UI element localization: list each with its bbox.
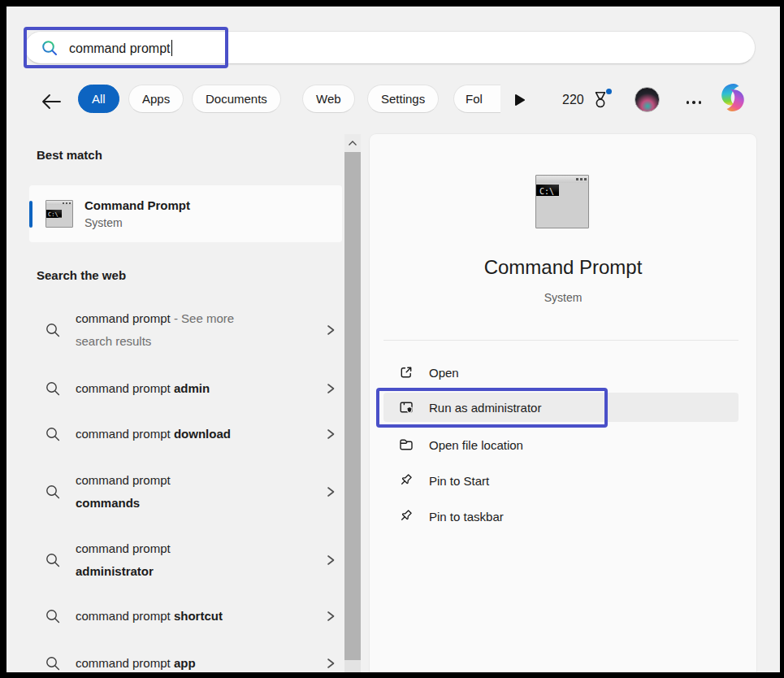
search-icon	[45, 484, 61, 500]
chevron-right-icon	[325, 485, 336, 498]
more-options-button[interactable]	[679, 96, 708, 109]
panel-app-subtitle: System	[370, 291, 756, 304]
chevron-right-icon	[325, 428, 336, 441]
search-query-text: command prompt	[69, 40, 172, 56]
open-external-icon	[398, 364, 414, 380]
run-admin-shield-icon	[398, 399, 414, 415]
chevron-right-icon	[325, 610, 336, 623]
action-pin-to-taskbar[interactable]: Pin to taskbar	[383, 502, 739, 531]
results-scrollbar[interactable]	[344, 134, 361, 672]
tab-apps[interactable]: Apps	[128, 85, 184, 113]
tab-settings[interactable]: Settings	[367, 85, 439, 113]
pin-icon	[398, 472, 414, 489]
chevron-right-icon	[325, 554, 336, 567]
web-suggestion[interactable]: command prompt commands	[29, 467, 346, 517]
copilot-logo-icon	[717, 81, 749, 114]
selection-accent-bar	[29, 201, 32, 228]
panel-app-title: Command Prompt	[370, 256, 756, 279]
search-icon	[45, 655, 61, 671]
search-icon	[45, 552, 61, 568]
folder-icon	[398, 437, 414, 453]
tab-documents[interactable]: Documents	[192, 85, 281, 113]
back-button[interactable]	[39, 89, 63, 114]
web-suggestion[interactable]: command prompt app	[29, 649, 346, 672]
scrollbar-up-button[interactable]	[344, 134, 361, 152]
search-input[interactable]: command prompt	[24, 31, 756, 64]
user-avatar[interactable]	[635, 87, 660, 112]
web-suggestion[interactable]: command prompt download	[29, 419, 346, 449]
tab-all[interactable]: All	[78, 85, 119, 113]
search-icon	[41, 39, 58, 57]
pin-icon	[398, 508, 414, 524]
search-icon	[45, 426, 61, 442]
chevron-up-icon	[348, 140, 357, 146]
rewards-button[interactable]: 220	[562, 88, 611, 112]
result-detail-panel: C:\_ Command Prompt System Open	[370, 134, 756, 672]
web-suggestion[interactable]: command prompt admin	[29, 374, 346, 403]
rewards-trophy-icon	[590, 89, 611, 111]
tab-folders-truncated[interactable]: Fol	[453, 85, 500, 113]
play-arrow-icon	[512, 93, 526, 107]
best-match-heading: Best match	[37, 148, 102, 162]
panel-divider	[383, 340, 739, 341]
web-suggestion[interactable]: command prompt shortcut	[29, 602, 346, 631]
copilot-button[interactable]	[717, 81, 749, 114]
notification-dot	[606, 89, 612, 94]
rewards-points: 220	[562, 93, 584, 107]
more-filters-button[interactable]	[512, 93, 526, 107]
chevron-right-icon	[325, 657, 336, 670]
best-match-result[interactable]: C:\_ Command Prompt System	[29, 185, 342, 242]
search-icon	[45, 380, 61, 397]
search-the-web-heading: Search the web	[37, 268, 126, 282]
action-open-file-location[interactable]: Open file location	[383, 430, 739, 459]
windows-search-flyout: command prompt All Apps Documents Web Se…	[6, 7, 780, 672]
web-suggestion[interactable]: command prompt administrator	[29, 535, 346, 585]
ellipsis-icon	[687, 101, 690, 104]
scrollbar-thumb[interactable]	[344, 152, 361, 660]
text-caret	[171, 40, 173, 56]
command-prompt-icon: C:\_	[45, 200, 73, 228]
result-subtitle: System	[84, 216, 190, 229]
chevron-right-icon	[325, 382, 336, 395]
web-suggestion-see-more[interactable]: command prompt - See more search results	[29, 305, 346, 355]
back-arrow-icon	[41, 93, 62, 111]
search-icon	[45, 608, 61, 624]
action-open[interactable]: Open	[383, 358, 739, 387]
scrollbar-track[interactable]	[344, 660, 361, 672]
action-run-as-administrator[interactable]: Run as administrator	[383, 393, 739, 422]
tab-web[interactable]: Web	[302, 85, 355, 113]
search-icon	[45, 322, 61, 338]
result-title: Command Prompt	[84, 198, 190, 212]
command-prompt-icon-large: C:\_	[535, 175, 589, 228]
action-pin-to-start[interactable]: Pin to Start	[383, 466, 739, 495]
screenshot-root: { "search": { "value": "command prompt" …	[0, 0, 784, 678]
chevron-right-icon	[325, 324, 336, 337]
